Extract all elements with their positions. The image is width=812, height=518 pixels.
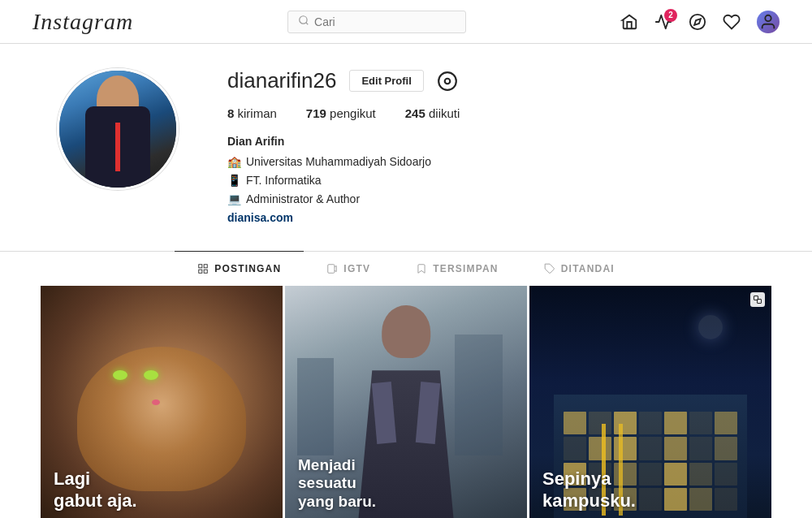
post-item-1[interactable]: Lagigabut aja. [41, 286, 283, 518]
bio-faculty: 📱 FT. Informatika [227, 172, 755, 189]
post-text-2: Menjadisesuatuyang baru. [298, 456, 514, 512]
profile-info: dianarifin26 Edit Profil 8 kiriman 719 p… [227, 68, 755, 227]
profile-header: dianarifin26 Edit Profil 8 kiriman 719 p… [57, 68, 755, 227]
svg-point-0 [300, 15, 307, 23]
profile-avatar-wrapper [57, 68, 179, 190]
tab-postingan[interactable]: POSTINGAN [175, 251, 304, 286]
svg-rect-5 [199, 265, 202, 268]
home-icon[interactable] [620, 13, 638, 31]
bio-website[interactable]: dianisa.com [227, 209, 755, 227]
explore-icon[interactable] [689, 13, 706, 31]
svg-point-4 [445, 78, 451, 84]
following-count: 245 [405, 106, 425, 120]
profile-top-row: dianarifin26 Edit Profil [227, 68, 755, 93]
search-bar[interactable] [287, 11, 466, 33]
profile-container: dianarifin26 Edit Profil 8 kiriman 719 p… [41, 44, 771, 227]
tabs-list: POSTINGAN IGTV TERSIMPAN [41, 252, 771, 286]
svg-rect-8 [204, 270, 207, 273]
university-icon: 🏫 [227, 153, 241, 171]
tag-icon [544, 263, 555, 274]
instagram-logo[interactable]: Instagram [32, 9, 133, 35]
svg-rect-7 [199, 270, 202, 273]
stat-posts[interactable]: 8 kiriman [227, 106, 277, 120]
tab-tersimpan-label: TERSIMPAN [433, 263, 499, 274]
stat-followers[interactable]: 719 pengikut [306, 106, 376, 120]
profile-tabs: POSTINGAN IGTV TERSIMPAN [0, 251, 812, 286]
tab-postingan-label: POSTINGAN [214, 263, 281, 274]
post-text-3: Sepinyakampusku. [542, 468, 758, 512]
avatar-person [59, 71, 176, 188]
faculty-icon: 📱 [227, 172, 241, 189]
settings-icon[interactable] [437, 71, 458, 92]
svg-rect-9 [328, 265, 335, 274]
profile-nav-icon[interactable] [757, 11, 780, 33]
navbar: Instagram 2 [0, 0, 812, 44]
tab-igtv[interactable]: IGTV [304, 251, 393, 286]
profile-bio: Dian Arifin 🏫 Universitas Muhammadiyah S… [227, 133, 755, 227]
posts-label: kiriman [238, 106, 277, 120]
svg-point-3 [438, 72, 456, 90]
role-icon: 💻 [227, 191, 241, 208]
tab-ditandai-label: DITANDAI [561, 263, 615, 274]
edit-profile-button[interactable]: Edit Profil [349, 70, 423, 92]
svg-rect-6 [204, 265, 207, 268]
bio-role: 💻 Administrator & Author [227, 191, 755, 208]
bookmark-icon [416, 263, 427, 274]
posts-grid: Lagigabut aja. Menjadisesuatuyang baru. [41, 286, 771, 518]
post-text-1: Lagigabut aja. [54, 468, 270, 512]
grid-icon [197, 263, 209, 274]
svg-point-1 [690, 14, 705, 28]
bio-name: Dian Arifin [227, 133, 755, 150]
nav-icons: 2 [620, 11, 780, 33]
tab-igtv-label: IGTV [343, 263, 370, 274]
followers-count: 719 [306, 106, 326, 120]
profile-stats: 8 kiriman 719 pengikut 245 diikuti [227, 106, 755, 120]
heart-icon[interactable] [723, 13, 741, 31]
stat-following[interactable]: 245 diikuti [405, 106, 460, 120]
post-item-3[interactable]: Sepinyakampusku. [529, 286, 771, 518]
bio-university: 🏫 Universitas Muhammadiyah Sidoarjo [227, 153, 755, 171]
igtv-icon [326, 263, 338, 274]
activity-icon[interactable]: 2 [654, 13, 672, 31]
notification-badge: 2 [664, 9, 677, 22]
tab-tersimpan[interactable]: TERSIMPAN [393, 251, 521, 286]
tab-ditandai[interactable]: DITANDAI [521, 251, 637, 286]
posts-count: 8 [227, 106, 234, 120]
following-label: diikuti [429, 106, 460, 120]
svg-point-2 [765, 15, 771, 20]
search-input[interactable] [314, 15, 456, 28]
search-icon [298, 15, 309, 29]
followers-label: pengikut [330, 106, 376, 120]
profile-avatar [57, 68, 179, 190]
post-item-2[interactable]: Menjadisesuatuyang baru. [285, 286, 527, 518]
profile-username: dianarifin26 [227, 68, 336, 93]
